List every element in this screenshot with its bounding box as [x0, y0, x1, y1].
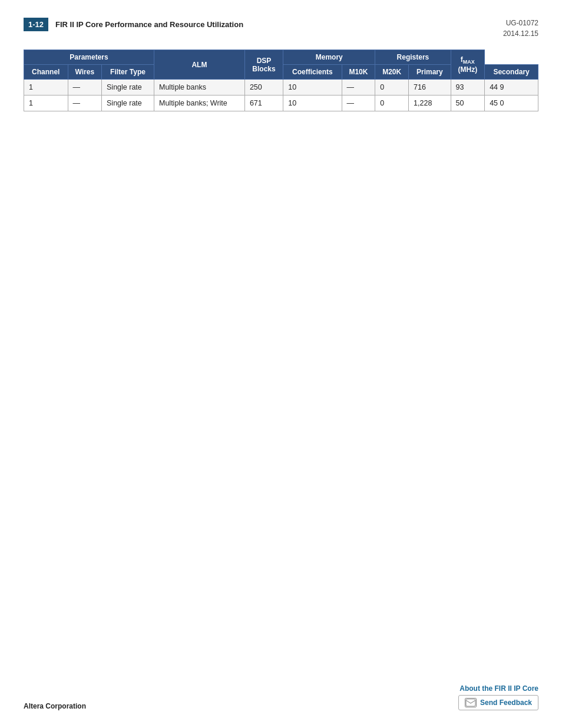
page-footer: Altera Corporation About the FIR II IP C… — [24, 684, 538, 710]
cell-alm: 671 — [244, 95, 283, 111]
cell-primary: 1,228 — [409, 95, 451, 111]
subh-primary: Primary — [409, 65, 451, 80]
page-number: 1-12 — [24, 18, 48, 31]
about-link[interactable]: About the FIR II IP Core — [459, 684, 538, 693]
svg-rect-0 — [466, 699, 475, 706]
cell-dsp-blocks: 10 — [283, 95, 342, 111]
col-group-registers: Registers — [375, 50, 451, 65]
cell-fmax: 45 0 — [485, 95, 538, 111]
cell-alm: 250 — [244, 80, 283, 95]
table-row: 1—Single rateMultiple banks25010—0716934… — [24, 80, 538, 95]
subh-coefficients: Coefficients — [283, 65, 342, 80]
cell-coefficients: Multiple banks — [154, 80, 245, 95]
cell-dsp-blocks: 10 — [283, 80, 342, 95]
cell-secondary: 93 — [451, 80, 485, 95]
col-group-memory: Memory — [283, 50, 375, 65]
col-group-parameters: Parameters — [24, 50, 154, 65]
cell-m10k: — — [342, 95, 375, 111]
cell-fmax: 44 9 — [485, 80, 538, 95]
cell-wires: — — [68, 80, 101, 95]
subh-secondary: Secondary — [485, 65, 538, 80]
cell-filter-type: Single rate — [102, 95, 154, 111]
subh-channel: Channel — [24, 65, 68, 80]
feedback-icon — [465, 698, 477, 707]
subh-m20k: M20K — [375, 65, 409, 80]
table-wrapper: Parameters ALM DSPBlocks Memory Register… — [24, 50, 538, 111]
feedback-button[interactable]: Send Feedback — [458, 695, 538, 710]
feedback-label: Send Feedback — [480, 699, 532, 707]
doc-date: 2014.12.15 — [503, 28, 538, 39]
cell-wires: — — [68, 95, 101, 111]
col-dsp: DSPBlocks — [244, 50, 283, 80]
cell-channel: 1 — [24, 80, 68, 95]
footer-company: Altera Corporation — [24, 702, 86, 710]
cell-primary: 716 — [409, 80, 451, 95]
subh-m10k: M10K — [342, 65, 375, 80]
cell-m10k: — — [342, 80, 375, 95]
table-row: 1—Single rateMultiple banks; Write67110—… — [24, 95, 538, 111]
performance-table: Parameters ALM DSPBlocks Memory Register… — [24, 50, 538, 111]
col-fmax: fMAX(MHz) — [451, 50, 485, 80]
cell-filter-type: Single rate — [102, 80, 154, 95]
subh-filter-type: Filter Type — [102, 65, 154, 80]
subh-wires: Wires — [68, 65, 101, 80]
page-header: 1-12 FIR II IP Core Performance and Reso… — [24, 18, 538, 39]
cell-m20k: 0 — [375, 95, 409, 111]
cell-coefficients: Multiple banks; Write — [154, 95, 245, 111]
col-alm: ALM — [154, 50, 245, 80]
header-left: 1-12 FIR II IP Core Performance and Reso… — [24, 18, 243, 31]
cell-m20k: 0 — [375, 80, 409, 95]
footer-right: About the FIR II IP Core Send Feedback — [458, 684, 538, 710]
doc-id: UG-01072 — [503, 18, 538, 28]
cell-channel: 1 — [24, 95, 68, 111]
page-container: 1-12 FIR II IP Core Performance and Reso… — [0, 0, 562, 728]
cell-secondary: 50 — [451, 95, 485, 111]
page-title: FIR II IP Core Performance and Resource … — [55, 20, 243, 29]
header-right: UG-01072 2014.12.15 — [503, 18, 538, 39]
